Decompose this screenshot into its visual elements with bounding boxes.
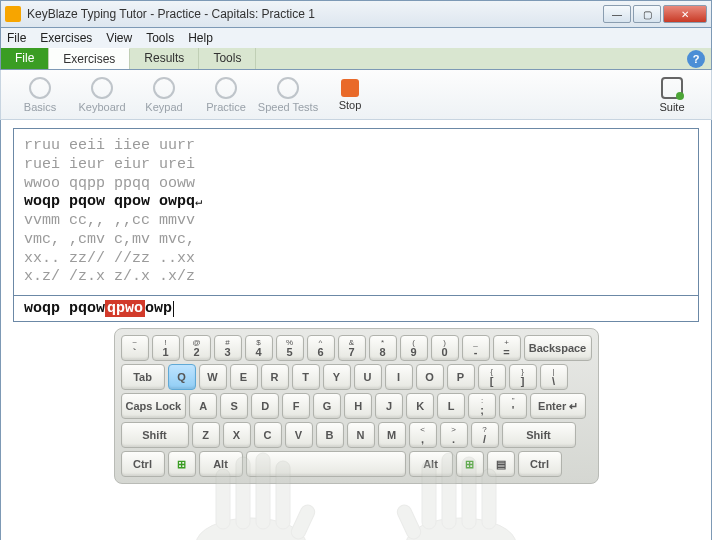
maximize-button[interactable]: ▢ <box>633 5 661 23</box>
toolbar-stop[interactable]: Stop <box>319 79 381 111</box>
key: <, <box>409 422 437 448</box>
toolbar-keyboard[interactable]: Keyboard <box>71 77 133 113</box>
tabstrip: File Exercises Results Tools ? <box>0 48 712 70</box>
svg-point-6 <box>406 518 516 540</box>
key: :; <box>468 393 496 419</box>
key-i: I <box>385 364 413 390</box>
key-o: O <box>416 364 444 390</box>
key: (9 <box>400 335 428 361</box>
typing-line: vmc, ,cmv c,mv mvc, <box>24 231 688 250</box>
key-win-right: ⊞ <box>456 451 484 477</box>
toolbar-keypad[interactable]: Keypad <box>133 77 195 113</box>
key: ?/ <box>471 422 499 448</box>
keyboard-visual: ~`!1@2#3$4%5^6&7*8(9)0_-+=BackspaceTabQW… <box>13 328 699 540</box>
menu-tools[interactable]: Tools <box>146 31 174 45</box>
close-button[interactable]: ✕ <box>663 5 707 23</box>
typing-line: ruei ieur eiur urei <box>24 156 688 175</box>
key-backspace: Backspace <box>524 335 592 361</box>
key-ctrl-left: Ctrl <box>121 451 165 477</box>
key-c: C <box>254 422 282 448</box>
tab-file[interactable]: File <box>1 48 49 69</box>
key-t: T <box>292 364 320 390</box>
toolbar-basics[interactable]: Basics <box>9 77 71 113</box>
menu-view[interactable]: View <box>106 31 132 45</box>
key-a: A <box>189 393 217 419</box>
suite-icon <box>661 77 683 99</box>
titlebar: KeyBlaze Typing Tutor - Practice - Capit… <box>0 0 712 28</box>
key-k: K <box>406 393 434 419</box>
key-shift-left: Shift <box>121 422 189 448</box>
key: _- <box>462 335 490 361</box>
key-f: F <box>282 393 310 419</box>
key: %5 <box>276 335 304 361</box>
menubar: File Exercises View Tools Help <box>0 28 712 48</box>
key: &7 <box>338 335 366 361</box>
key: {[ <box>478 364 506 390</box>
content-area: rruu eeii iiee uurrruei ieur eiur ureiww… <box>0 120 712 540</box>
menu-file[interactable]: File <box>7 31 26 45</box>
typing-line: rruu eeii iiee uurr <box>24 137 688 156</box>
key-m: M <box>378 422 406 448</box>
key-w: W <box>199 364 227 390</box>
window-title: KeyBlaze Typing Tutor - Practice - Capit… <box>27 7 603 21</box>
key-shift-right: Shift <box>502 422 576 448</box>
key: ^6 <box>307 335 335 361</box>
onscreen-keyboard: ~`!1@2#3$4%5^6&7*8(9)0_-+=BackspaceTabQW… <box>114 328 599 484</box>
typing-input-line[interactable]: woqp pqow qpwo owp <box>13 296 699 322</box>
key-x: X <box>223 422 251 448</box>
input-post: owp <box>145 300 172 317</box>
key-enter: Enter ↵ <box>530 393 586 419</box>
app-icon <box>5 6 21 22</box>
typing-line: wwoo qqpp ppqq ooww <box>24 175 688 194</box>
window-controls: — ▢ ✕ <box>603 5 707 23</box>
key: }] <box>509 364 537 390</box>
key-win-left: ⊞ <box>168 451 196 477</box>
key: $4 <box>245 335 273 361</box>
toolbar-speedtests[interactable]: Speed Tests <box>257 77 319 113</box>
key-space <box>246 451 406 477</box>
key-v: V <box>285 422 313 448</box>
text-cursor <box>173 301 174 317</box>
svg-rect-11 <box>395 503 423 540</box>
key-j: J <box>375 393 403 419</box>
typing-text-panel: rruu eeii iiee uurrruei ieur eiur ureiww… <box>13 128 699 296</box>
tab-tools[interactable]: Tools <box>199 48 256 69</box>
key-b: B <box>316 422 344 448</box>
input-wrong: qpwo <box>105 300 145 317</box>
menu-exercises[interactable]: Exercises <box>40 31 92 45</box>
key: *8 <box>369 335 397 361</box>
key-menu: ▤ <box>487 451 515 477</box>
tab-exercises[interactable]: Exercises <box>49 48 130 69</box>
key-ctrl-right: Ctrl <box>518 451 562 477</box>
help-icon[interactable]: ? <box>687 50 705 68</box>
toolbar-suite[interactable]: Suite <box>641 77 703 113</box>
menu-help[interactable]: Help <box>188 31 213 45</box>
key-u: U <box>354 364 382 390</box>
key-alt-right: Alt <box>409 451 453 477</box>
key-z: Z <box>192 422 220 448</box>
key: @2 <box>183 335 211 361</box>
key-r: R <box>261 364 289 390</box>
key: "' <box>499 393 527 419</box>
stop-icon <box>341 79 359 97</box>
key-e: E <box>230 364 258 390</box>
key-p: P <box>447 364 475 390</box>
key-d: D <box>251 393 279 419</box>
key: >. <box>440 422 468 448</box>
key-alt-left: Alt <box>199 451 243 477</box>
minimize-button[interactable]: — <box>603 5 631 23</box>
key-capslock: Caps Lock <box>121 393 187 419</box>
enter-glyph-icon: ↵ <box>195 195 202 209</box>
keyboard-row: TabQWERTYUIOP{[}]|\ <box>121 364 592 390</box>
typing-line: xx.. zz// //zz ..xx <box>24 250 688 269</box>
speedtests-icon <box>277 77 299 99</box>
toolbar-practice[interactable]: Practice <box>195 77 257 113</box>
key-tab: Tab <box>121 364 165 390</box>
keyboard-row: ~`!1@2#3$4%5^6&7*8(9)0_-+=Backspace <box>121 335 592 361</box>
tab-results[interactable]: Results <box>130 48 199 69</box>
key: |\ <box>540 364 568 390</box>
key: #3 <box>214 335 242 361</box>
typing-line: woqp pqow qpow owpq↵ <box>24 193 688 212</box>
keypad-icon <box>153 77 175 99</box>
key: )0 <box>431 335 459 361</box>
